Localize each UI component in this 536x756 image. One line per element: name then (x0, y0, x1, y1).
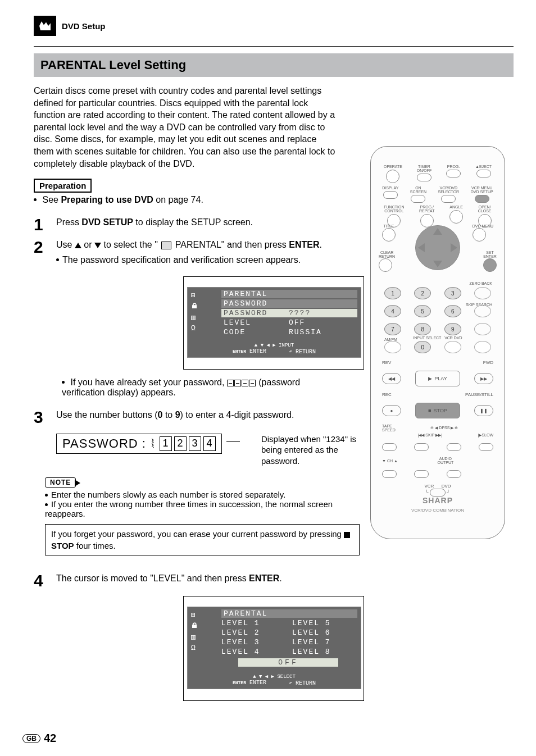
osd-key: CODE (221, 328, 289, 336)
dpad-up-icon[interactable] (433, 228, 442, 235)
dvdsetup-button[interactable] (475, 195, 489, 203)
num-8-button[interactable]: 8 (414, 323, 431, 335)
num-5-button[interactable]: 5 (414, 305, 431, 317)
step-body: Use the number buttons (0 to 9) to enter… (56, 409, 348, 426)
osd-off-row: OFF (238, 658, 338, 667)
transport-controls: REVFWD ◀◀ ▶ PLAY ▶▶ RECPAUSE/STILL ● ■ S… (371, 360, 505, 497)
stop-icon (344, 532, 350, 538)
s1-bold: DVD SETUP (81, 217, 133, 227)
page-footer: GB 42 (22, 732, 56, 745)
mode-dvd-label: DVD (442, 484, 451, 489)
stop-label: STOP (434, 408, 447, 413)
title-button[interactable] (382, 228, 396, 242)
vcrdvd-button[interactable] (474, 341, 491, 353)
angle-button[interactable] (449, 210, 463, 224)
page-header: DVD Setup (34, 16, 514, 36)
timer-label: TIMER ON/OFF (417, 165, 431, 172)
password-digit: 1 (160, 436, 172, 451)
s1-pre: Press (56, 217, 81, 227)
osd-return-lbl: RETURN (296, 349, 316, 355)
bullet-icon (45, 503, 48, 506)
slow-button[interactable] (479, 443, 493, 451)
operate-button[interactable] (386, 170, 399, 183)
note-b2: If you enter the wrong number three time… (45, 499, 333, 518)
num-7-button[interactable]: 7 (384, 323, 401, 335)
dash-box-icon (249, 380, 256, 386)
dpad-left-icon[interactable] (418, 243, 425, 252)
prog-button[interactable] (446, 170, 461, 177)
number-pad: 1 2 3 4 5 6 7 8 9 AM/PM INPUT SELECT VCR… (371, 287, 505, 359)
clear-button[interactable] (379, 258, 392, 272)
osd-levels-grid: LEVEL 1 LEVEL 5 LEVEL 2 LEVEL 6 LEVEL 3 … (221, 619, 357, 656)
onscreen-label: ON SCREEN (410, 186, 426, 194)
s4-pre: The cursor is moved to "LEVEL" and then … (56, 573, 249, 583)
dpad-down-icon[interactable] (433, 261, 442, 267)
osd-val: OFF (289, 318, 305, 327)
audio-output-button[interactable] (447, 470, 461, 478)
s2-bullet: The password specification and verificat… (56, 254, 348, 266)
dpss-plus-button[interactable] (447, 443, 461, 451)
ch-up-button[interactable] (414, 470, 429, 478)
onscreen-button[interactable] (411, 195, 425, 203)
num-3-button[interactable]: 3 (444, 287, 461, 299)
rec-button[interactable]: ● (382, 405, 401, 416)
osd-title: PARENTAL (221, 609, 357, 618)
osd-enter-tag: ENTER (233, 349, 246, 354)
zeroback-button[interactable] (474, 287, 491, 299)
brand-label: SHARP (371, 496, 505, 505)
num-1-button[interactable]: 1 (384, 287, 401, 299)
dpss-minus-button[interactable] (414, 443, 429, 451)
note-block: NOTE Enter the numbers slowly as each nu… (45, 477, 360, 518)
stop-button[interactable]: ■ STOP (415, 403, 460, 418)
timer-button[interactable] (417, 174, 431, 181)
s3-pre: Use the number buttons ( (56, 410, 158, 420)
fwd-button[interactable]: ▶▶ (474, 373, 493, 384)
rev-button[interactable]: ◀◀ (382, 373, 401, 384)
ch-down-button[interactable] (382, 470, 397, 478)
set-group: SET ENTER (483, 251, 497, 272)
rev-label: REV (382, 360, 391, 365)
step-body: Press DVD SETUP to display the SETUP scr… (56, 216, 348, 233)
ampm-button[interactable] (384, 341, 401, 353)
dvdmenu-button[interactable] (473, 228, 486, 242)
s2-mid3: PARENTAL" and then press (172, 240, 289, 249)
num-6-button[interactable]: 6 (444, 305, 461, 317)
pause-button[interactable]: ❚❚ (474, 405, 493, 416)
remote-illustration: OPERATE TIMER ON/OFF PROG. ▲EJECT DISPLA… (370, 146, 505, 539)
num-2-button[interactable]: 2 (414, 287, 431, 299)
password-digit: 2 (174, 436, 187, 451)
step-1: 1 Press DVD SETUP to display the SETUP s… (34, 216, 348, 233)
prog-label: PROG. (447, 165, 460, 168)
callout-line (226, 441, 240, 442)
repeat-label: PROG./ REPEAT (419, 205, 435, 213)
side-button[interactable] (474, 323, 491, 335)
inputselect-label: INPUT SELECT VCR DVD (384, 336, 491, 340)
num-4-button[interactable]: 4 (384, 305, 401, 317)
num-0-button[interactable]: 0 (414, 341, 431, 353)
display-button[interactable] (383, 191, 398, 199)
step-number: 4 (34, 572, 56, 589)
tapespeed-button[interactable] (382, 443, 397, 451)
s4-bold: ENTER (249, 573, 279, 583)
dpad-ring[interactable] (415, 225, 460, 270)
ch-label: CH (387, 459, 393, 463)
dpad-right-icon[interactable] (451, 243, 457, 252)
osd-foot-row2: ENTER ENTER ↶ RETURN (188, 680, 361, 686)
audio-label: AUDIO OUTPUT (438, 457, 454, 464)
level-item: LEVEL 1 (221, 619, 287, 627)
forget-bold: STOP (51, 541, 74, 550)
num-9-button[interactable]: 9 (444, 323, 461, 335)
s2-mid2: to select the " (101, 240, 160, 249)
selector-button[interactable] (441, 195, 456, 203)
eject-button[interactable] (476, 170, 491, 177)
mode-slider[interactable] (430, 489, 446, 497)
lang-icon: ▥ (191, 632, 205, 641)
s2-mid: or (81, 240, 94, 249)
zeroback-label: ZERO BACK (470, 281, 492, 285)
set-enter-button[interactable] (483, 258, 497, 272)
inputselect-button[interactable] (444, 341, 461, 353)
lock-icon: 🔒︎ (191, 622, 205, 630)
skipsearch-button[interactable] (474, 305, 491, 317)
play-button[interactable]: ▶ PLAY (415, 371, 460, 386)
note-b1: Enter the numbers slowly as each number … (51, 490, 285, 499)
